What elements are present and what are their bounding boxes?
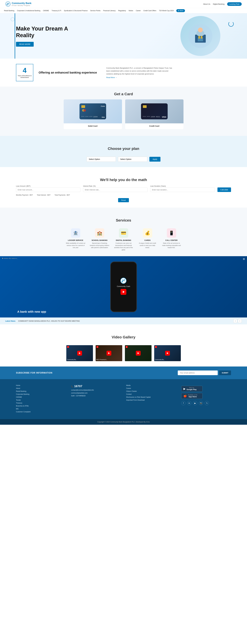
plan-section: Choose your plan Select Option Select Op… — [0, 136, 247, 167]
cards-section-title: Get a Card — [16, 86, 231, 100]
app-play-button[interactable] — [121, 289, 126, 295]
call-center-icon: 📱 — [167, 228, 176, 238]
credit-chip — [143, 105, 147, 108]
svg-point-13 — [122, 281, 123, 282]
footer-link-mg[interactable]: MG — [16, 408, 66, 410]
more-menu-button[interactable]: ⊕ More — [176, 9, 185, 12]
youtube-icon[interactable]: ▶ — [193, 401, 197, 405]
nav-notice[interactable]: Notice — [127, 8, 134, 13]
footer-link-media[interactable]: Media — [126, 384, 176, 386]
plan-section-title: Choose your plan — [16, 141, 231, 154]
interest-rate-input[interactable] — [83, 188, 148, 192]
nav-corporate-banking[interactable]: Corporate & Institutional Banking — [15, 8, 41, 13]
calc-inputs: Loan Amount: (BDT) Interest Rate: (%) Lo… — [16, 185, 231, 192]
footer-link-treasury[interactable]: Treasury — [16, 402, 66, 404]
nav-regulatory[interactable]: Regulatory — [117, 8, 127, 13]
footer-link-contact[interactable]: Contact — [126, 393, 176, 395]
loan-amount-input[interactable] — [16, 188, 80, 192]
top-nav: About Us Digital Banking Landing Rate — [203, 2, 242, 6]
service-school[interactable]: 🏫 SCHOOL BANKING Special type of banking… — [90, 228, 110, 251]
google-play-button[interactable]: ▶ Get it on Google Play — [181, 386, 203, 392]
plan-select-1[interactable]: Select Option — [87, 157, 116, 162]
locker-desc: Wide availability of Lockers at various … — [66, 242, 86, 249]
footer-link-disclosures[interactable]: Disclosures on Risk Based Capital — [126, 396, 176, 398]
copyright-text: Copyright © 2024 Community Bank Banglade… — [97, 421, 150, 423]
calculate-button[interactable]: Calculate — [218, 188, 231, 192]
video-thumb-1[interactable]: ▶ Community Ba... — [66, 345, 93, 361]
app-phone: Community Cash — [110, 262, 137, 312]
footer-link-complaint[interactable]: Customer Complaint — [16, 411, 66, 413]
landing-rate-button[interactable]: Landing Rate — [227, 2, 242, 6]
footer-link-tender[interactable]: Tender — [16, 399, 66, 401]
nav-retail-banking[interactable]: Retail Banking — [3, 8, 15, 13]
reset-button[interactable]: Reset — [118, 198, 129, 202]
hotline-number: 16707 — [74, 384, 82, 388]
years-number: 4 — [23, 66, 27, 74]
school-name: SCHOOL BANKING — [92, 239, 108, 241]
nav-cmsme[interactable]: CMSME — [42, 8, 50, 13]
ticker-next-button[interactable]: › — [238, 319, 242, 323]
plan-apply-button[interactable]: Apply — [149, 157, 160, 162]
about-read-more-link[interactable]: Read More → — [106, 76, 117, 78]
footer-link-retail[interactable]: Retail Banking — [16, 390, 66, 392]
footer-link-career[interactable]: Career — [126, 388, 176, 389]
twitter-icon[interactable]: 𝕏 — [205, 401, 209, 405]
video-play-3[interactable] — [136, 351, 141, 356]
hero-circle-graphic — [180, 16, 220, 56]
debit-card-item[interactable]: **** **** **** 1034 VISA Community Debit… — [64, 100, 122, 129]
loan-amount-label: Loan Amount: (BDT) — [16, 185, 80, 187]
logo[interactable]: Community Bank A Trust • Security • Prog… — [5, 1, 31, 7]
ticker-prev-button[interactable]: ‹ — [234, 319, 237, 323]
service-digital[interactable]: 💳 DIGITAL BANKING Customers can carry ou… — [114, 228, 134, 251]
video-thumb-2[interactable]: ▶ MCG Presents A... — [96, 345, 122, 361]
nav-career[interactable]: Career — [134, 8, 142, 13]
service-cards[interactable]: 💰 CARDS A range of debit and credit card… — [138, 228, 158, 251]
nav-credit-card-offers[interactable]: Credit Card Offers — [142, 8, 158, 13]
loan-duration-input[interactable] — [150, 188, 215, 192]
footer-link-cmsme[interactable]: CMSME — [16, 396, 66, 398]
video-play-4[interactable] — [165, 351, 170, 356]
footer-link-citizen-charter[interactable]: Citizen Charter — [126, 390, 176, 392]
plan-select-2[interactable]: Select Option — [118, 157, 147, 162]
nav-syndication[interactable]: Syndication & Structured Finance — [63, 8, 89, 13]
footer-link-about[interactable]: About — [16, 388, 66, 389]
app-store-main: App Store — [188, 396, 197, 398]
service-call-center[interactable]: 📱 CALL CENTER State of the art services … — [162, 228, 182, 251]
instagram-icon[interactable]: 📷 — [199, 401, 203, 405]
app-video-info: ▶ জানালার বাইরে আমার মন... — [2, 258, 18, 260]
video-play-triangle-2 — [108, 352, 110, 354]
nav-t20[interactable]: T20 World Cup 2024 — [158, 8, 175, 13]
news-ticker: Latest News COMMUNITY BANK BANGLADESH PL… — [0, 318, 247, 324]
about-link[interactable]: About Us — [203, 3, 210, 5]
linkedin-icon[interactable]: in — [187, 401, 191, 405]
svg-point-10 — [83, 109, 86, 112]
live-badge-1: ▶ — [67, 346, 69, 348]
video-play-2[interactable] — [107, 351, 111, 356]
hero-read-more-button[interactable]: READ MORE — [16, 42, 34, 47]
video-thumb-3[interactable]: ▶ — [125, 345, 152, 361]
nav-financial-literacy[interactable]: Financial Literacy — [102, 8, 117, 13]
footer: SUBSCRIBE FOR INFORMATION SUBMIT Home Ab… — [0, 366, 247, 425]
subscribe-email-input[interactable] — [178, 370, 218, 375]
app-store-button[interactable]: 🍎 Available on the App Store — [181, 393, 203, 399]
footer-link-corporate[interactable]: Corporate Banking — [16, 393, 66, 395]
subscribe-submit-button[interactable]: SUBMIT — [219, 370, 231, 375]
footer-link-home[interactable]: Home — [16, 384, 66, 386]
credit-card-item[interactable]: **** **** 1034 4321 VISA Credit Card — [125, 100, 184, 129]
footer-link-important-forms[interactable]: Important Form Download — [126, 399, 176, 401]
video-play-1[interactable] — [77, 351, 82, 356]
service-locker[interactable]: 🏦 LOCKER SERVICE Wide availability of Lo… — [66, 228, 86, 251]
footer-bottom: Copyright © 2024 Community Bank Banglade… — [0, 419, 247, 425]
cards-icon: 💰 — [143, 228, 152, 238]
nav-treasury[interactable]: Treasury & FI — [50, 8, 63, 13]
hero-text: Make Your Dream A Reality READ MORE — [16, 25, 69, 47]
card-chip — [81, 105, 85, 108]
svg-rect-8 — [201, 36, 202, 39]
digital-banking-link[interactable]: Digital Banking — [213, 3, 225, 5]
facebook-icon[interactable]: f — [181, 401, 186, 405]
footer-link-branches[interactable]: Branches & ATMs — [16, 405, 66, 407]
fullscreen-icon[interactable]: ⊞ — [243, 258, 245, 260]
video-thumb-4[interactable]: ▶ Community Ba... — [154, 345, 181, 361]
nav-service-points[interactable]: Service Points — [89, 8, 102, 13]
svg-point-1 — [7, 4, 7, 5]
